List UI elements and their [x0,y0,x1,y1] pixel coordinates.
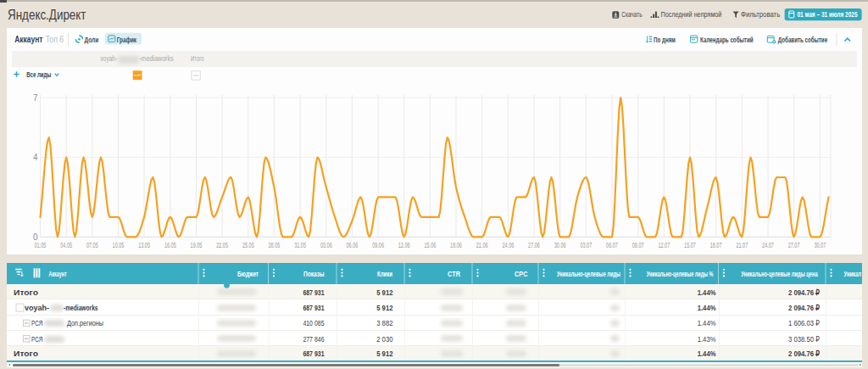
svg-text:Итого: Итого [14,288,38,297]
svg-text:Клики: Клики [377,270,392,278]
svg-text:Топ 6: Топ 6 [46,34,64,44]
svg-text:09.06: 09.06 [372,241,384,249]
svg-text:График: График [117,35,136,44]
svg-text:12.06: 12.06 [398,241,410,249]
svg-text:10.05: 10.05 [113,241,125,249]
svg-text:-mediaworks: -mediaworks [64,303,98,312]
svg-text:2 094.76 ₽: 2 094.76 ₽ [788,303,820,312]
svg-text:Аккаунт: Аккаунт [14,34,43,44]
svg-text:1.44%: 1.44% [698,318,716,327]
svg-text:15.07: 15.07 [684,241,696,249]
svg-text:3 038.50 ₽: 3 038.50 ₽ [788,334,820,344]
svg-text:21.07: 21.07 [736,241,748,249]
svg-text:Доли: Доли [85,35,99,44]
svg-text:Итого: Итого [191,54,204,63]
svg-text:1.44%: 1.44% [698,303,716,312]
svg-text:Аккаунт: Аккаунт [49,270,67,278]
svg-text:03.07: 03.07 [580,241,592,249]
svg-text:06.07: 06.07 [606,241,618,249]
svg-text:24.06: 24.06 [503,241,515,249]
svg-text:5 912: 5 912 [376,303,392,312]
svg-text:27.06: 27.06 [528,241,540,249]
svg-text:687 931: 687 931 [303,303,325,312]
svg-text:12.07: 12.07 [658,241,670,249]
svg-text:1.44%: 1.44% [698,349,716,358]
svg-text:09.07: 09.07 [632,241,644,249]
svg-text:277 846: 277 846 [303,334,324,344]
svg-text:Последний непрямой: Последний непрямой [661,10,722,19]
svg-text:Уникал: Уникал [844,270,862,278]
svg-text:03.06: 03.06 [320,241,332,249]
svg-text:Показы: Показы [303,270,325,278]
svg-text:06.06: 06.06 [347,241,359,249]
svg-text:Все лиды: Все лиды [26,70,51,79]
svg-text:13.05: 13.05 [138,241,150,249]
svg-text:CPC: CPC [515,270,528,278]
svg-text:РСЯ: РСЯ [31,334,43,344]
svg-text:Уникально-целевые лиды цена: Уникально-целевые лиды цена [741,270,818,278]
svg-text:5 912: 5 912 [376,288,392,297]
svg-text:31.05: 31.05 [294,241,306,249]
svg-text:Скачать: Скачать [621,10,643,19]
svg-text:18.06: 18.06 [450,241,462,249]
svg-text:По дням: По дням [654,35,676,44]
svg-text:5 912: 5 912 [376,349,392,358]
svg-text:Итого: Итого [14,349,38,358]
svg-text:30.06: 30.06 [554,241,566,249]
svg-text:30.07: 30.07 [814,241,826,249]
svg-text:voyah-: voyah- [25,303,49,312]
svg-text:1.44%: 1.44% [698,288,716,297]
svg-text:Добавить событие: Добавить событие [778,35,828,44]
svg-text:15.06: 15.06 [425,241,437,249]
svg-text:1.43%: 1.43% [698,334,716,344]
svg-text:410 085: 410 085 [303,318,324,327]
svg-text:voyah-: voyah- [101,54,118,63]
svg-text:2 094.76 ₽: 2 094.76 ₽ [788,288,820,297]
svg-text:Уникально-целевые лиды %: Уникально-целевые лиды % [647,270,714,278]
svg-text:687 931: 687 931 [303,288,325,297]
svg-text:24.07: 24.07 [762,241,774,249]
svg-text:21.06: 21.06 [476,241,488,249]
svg-text:Фильтровать: Фильтровать [741,10,781,19]
svg-text:04.05: 04.05 [60,241,72,249]
svg-text:1 606.03 ₽: 1 606.03 ₽ [788,318,820,327]
svg-text:27.07: 27.07 [788,241,800,249]
svg-text:2 094.76 ₽: 2 094.76 ₽ [788,349,820,358]
svg-text:Календарь событий: Календарь событий [700,35,754,44]
svg-text:Уникально-целевые лиды: Уникально-целевые лиды [557,270,620,278]
svg-text:22.05: 22.05 [216,241,228,249]
svg-text:19.05: 19.05 [191,241,203,249]
svg-text:687 931: 687 931 [303,349,325,358]
svg-text:Доп.регионы: Доп.регионы [67,318,103,327]
svg-text:16.05: 16.05 [164,241,176,249]
svg-text:01.05: 01.05 [35,241,47,249]
svg-text:РСЯ: РСЯ [31,318,43,327]
svg-text:28.05: 28.05 [269,241,281,249]
svg-text:Бюджет: Бюджет [237,270,259,278]
svg-text:-mediaworks: -mediaworks [140,54,174,63]
svg-text:3 882: 3 882 [376,318,392,327]
svg-text:7: 7 [33,93,38,103]
svg-text:18.07: 18.07 [710,241,722,249]
svg-text:Яндекс.Директ: Яндекс.Директ [8,7,86,22]
svg-text:25.05: 25.05 [242,241,254,249]
svg-text:4: 4 [33,153,38,162]
svg-text:01 мая – 31 июля 2025: 01 мая – 31 июля 2025 [798,10,858,19]
svg-text:07.05: 07.05 [86,241,98,249]
svg-text:2 030: 2 030 [376,334,392,344]
svg-text:CTR: CTR [448,270,461,278]
